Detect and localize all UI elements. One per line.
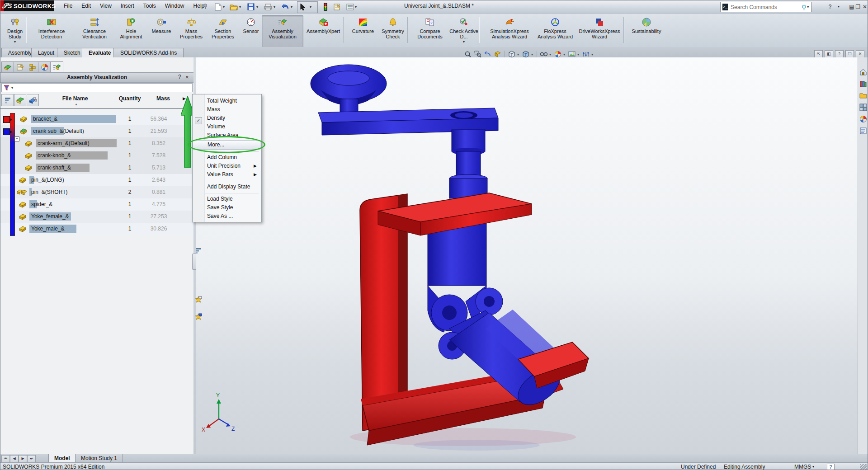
panel-close-icon[interactable]: × <box>185 72 189 82</box>
save-caret[interactable]: ▾ <box>256 5 260 9</box>
search-commands-box[interactable]: >_ ⚲ ▾ <box>720 2 811 12</box>
fullscreen-icon[interactable]: ⇱ <box>814 50 823 58</box>
print-button[interactable] <box>263 2 273 11</box>
menu-insert[interactable]: Insert <box>116 1 139 10</box>
menu-item-save-as[interactable]: Save As ... <box>193 212 260 221</box>
open-button[interactable] <box>229 2 239 11</box>
column-separator[interactable] <box>177 94 177 105</box>
table-row[interactable]: pin_&(SHORT) 2 0.881 <box>0 186 193 198</box>
units-selector[interactable]: MMGS <box>794 463 811 470</box>
prev-tab-nav-button[interactable]: ◀ <box>10 455 19 463</box>
menu-item-mass[interactable]: ✓ Mass <box>193 105 260 114</box>
menu-file[interactable]: File <box>59 1 77 10</box>
check-active-document-button[interactable]: Check Active D... ▾ <box>447 15 481 48</box>
column-separator[interactable] <box>144 94 144 105</box>
configurationmanager-tab[interactable] <box>26 61 39 73</box>
appearances-scenes-icon[interactable] <box>859 115 867 123</box>
search-icon[interactable]: ⚲ <box>802 4 806 11</box>
value-bars-toggle-button[interactable] <box>1 94 14 106</box>
select-tool-button[interactable] <box>298 2 308 11</box>
search-caret[interactable]: ▾ <box>807 5 810 9</box>
table-row[interactable]: pin_&(LONG) 1 2.643 <box>0 174 193 186</box>
interference-detection-button[interactable]: Interference Detection <box>28 15 75 48</box>
hole-alignment-button[interactable]: Hole Alignment <box>114 15 148 48</box>
view-palette-icon[interactable] <box>859 103 867 111</box>
filter-bar[interactable]: ▾ <box>1 83 193 92</box>
table-row[interactable]: crank-arm_&(Default) 1 8.352 <box>0 137 193 150</box>
mass-properties-button[interactable]: Mass Properties <box>174 15 208 48</box>
spectrum-marker-blue[interactable] <box>3 128 10 135</box>
collapse-expander-icon[interactable]: − <box>14 136 19 141</box>
table-row[interactable]: bracket_& 1 56.364 <box>0 113 193 125</box>
propertymanager-tab[interactable] <box>14 61 27 73</box>
section-properties-button[interactable]: Section Properties <box>206 15 240 48</box>
column-header-mass[interactable]: Mass <box>150 95 177 102</box>
search-input[interactable] <box>730 4 802 11</box>
first-tab-nav-button[interactable]: ⏮ <box>1 455 10 463</box>
displaymanager-tab[interactable] <box>50 61 63 73</box>
table-row[interactable]: Yoke_female_& 1 27.253 <box>0 211 193 223</box>
compare-documents-button[interactable]: ? Compare Documents <box>411 15 449 48</box>
design-study-caret[interactable]: ▾ <box>14 40 16 44</box>
edit-appearance-caret[interactable]: ▾ <box>563 52 566 56</box>
symmetry-check-button[interactable]: Symmetry Check <box>377 15 409 48</box>
table-row[interactable]: crank sub_&(Default) 1 21.593 <box>0 125 193 137</box>
table-row[interactable]: crank-shaft_& 1 5.713 <box>0 162 193 174</box>
simulationxpress-wizard-button[interactable]: SimulationXpress Analysis Wizard <box>482 15 537 48</box>
spectrum-marker-red[interactable] <box>3 116 10 123</box>
filter-caret-icon[interactable]: ▾ <box>11 86 13 90</box>
display-pane-icon[interactable]: ◧ <box>825 50 833 58</box>
last-tab-nav-button[interactable]: ⏭ <box>27 455 36 463</box>
undo-caret[interactable]: ▾ <box>291 5 294 9</box>
menu-item-total-weight[interactable]: Total Weight <box>193 97 260 105</box>
menu-tools[interactable]: Tools <box>139 1 160 10</box>
menu-item-volume[interactable]: Volume <box>193 122 260 131</box>
menu-pin-icon[interactable] <box>202 3 208 9</box>
open-caret[interactable]: ▾ <box>239 5 243 9</box>
tab-model[interactable]: Model <box>48 454 76 463</box>
tab-motion-study-1[interactable]: Motion Study 1 <box>75 454 123 463</box>
units-caret[interactable]: ▾ <box>812 463 814 470</box>
menu-view[interactable]: View <box>95 1 116 10</box>
view-orientation-caret[interactable]: ▾ <box>517 52 520 56</box>
tab-evaluate[interactable]: Evaluate <box>82 48 118 58</box>
rebuild-traffic-light-icon[interactable] <box>321 2 330 11</box>
undo-button[interactable] <box>280 2 290 11</box>
measure-button[interactable]: Measure <box>146 15 177 48</box>
design-library-icon[interactable] <box>859 80 867 88</box>
design-study-button[interactable]: Design Study ▾ <box>2 15 28 48</box>
table-row[interactable]: crank-knob_& 1 7.528 <box>0 150 193 162</box>
featuremanager-tab[interactable] <box>1 61 14 73</box>
custom-properties-icon[interactable] <box>859 127 867 135</box>
window-restore-icon[interactable]: ❐ <box>845 50 854 58</box>
menu-item-load-style[interactable]: Load Style <box>193 195 260 203</box>
column-header-quantity[interactable]: Quantity <box>116 95 144 102</box>
solidworks-resources-icon[interactable] <box>859 68 867 76</box>
statusbar-help-icon[interactable]: ? <box>827 464 835 470</box>
viewport-3d[interactable]: Y X Z <box>196 57 858 454</box>
driveworksxpress-wizard-button[interactable]: DriveWorksXpress Wizard <box>574 15 625 48</box>
assemblyxpert-button[interactable]: AssemblyXpert <box>302 15 345 48</box>
menu-edit[interactable]: Edit <box>77 1 95 10</box>
window-close-icon[interactable]: ✕ <box>856 50 864 58</box>
clearance-verification-button[interactable]: Clearance Verification <box>72 15 117 48</box>
dimxpertmanager-tab[interactable] <box>38 61 51 73</box>
close-button[interactable]: ✕ <box>860 2 868 11</box>
menu-item-add-column[interactable]: Add Column <box>193 153 260 162</box>
file-properties-button[interactable] <box>332 2 342 11</box>
select-tool-caret[interactable]: ▾ <box>310 5 313 9</box>
menu-item-save-style[interactable]: Save Style <box>193 203 260 212</box>
column-separator[interactable] <box>116 94 116 105</box>
menu-item-unit-precision[interactable]: Unit Precision ▶ <box>193 162 260 170</box>
sustainability-button[interactable]: Sustainability <box>627 15 666 48</box>
table-row[interactable]: spider_& 1 4.775 <box>0 198 193 211</box>
display-style-caret[interactable]: ▾ <box>531 52 534 56</box>
assembly-visualization-button[interactable]: Assembly Visualization <box>262 15 303 48</box>
tab-solidworks-addins[interactable]: SOLIDWORKS Add-Ins <box>113 48 184 57</box>
sensor-button[interactable]: Sensor <box>238 15 264 48</box>
column-header-file-name[interactable]: File Name <box>55 95 95 102</box>
hide-show-caret[interactable]: ▾ <box>549 52 552 56</box>
check-active-caret[interactable]: ▾ <box>463 40 465 44</box>
curvature-button[interactable]: Curvature <box>347 15 379 48</box>
menu-item-add-display-state[interactable]: Add Display State <box>193 183 260 191</box>
